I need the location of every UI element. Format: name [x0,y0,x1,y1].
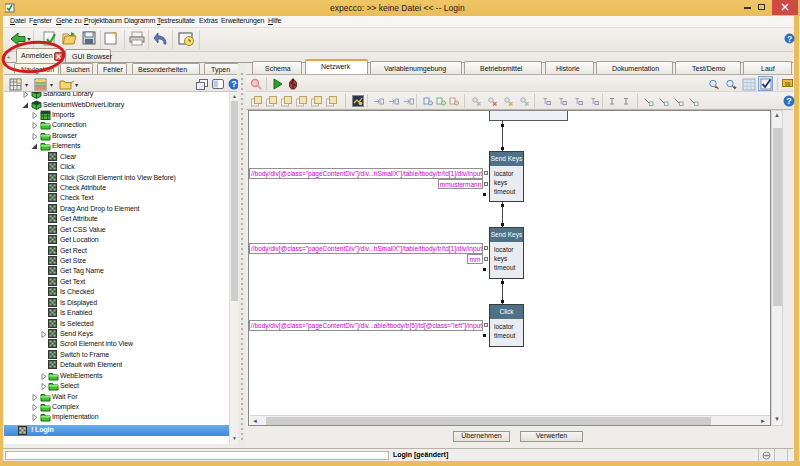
svg-text:?: ? [787,34,792,44]
svg-text:?: ? [231,79,237,89]
svg-text:?: ? [786,96,792,106]
